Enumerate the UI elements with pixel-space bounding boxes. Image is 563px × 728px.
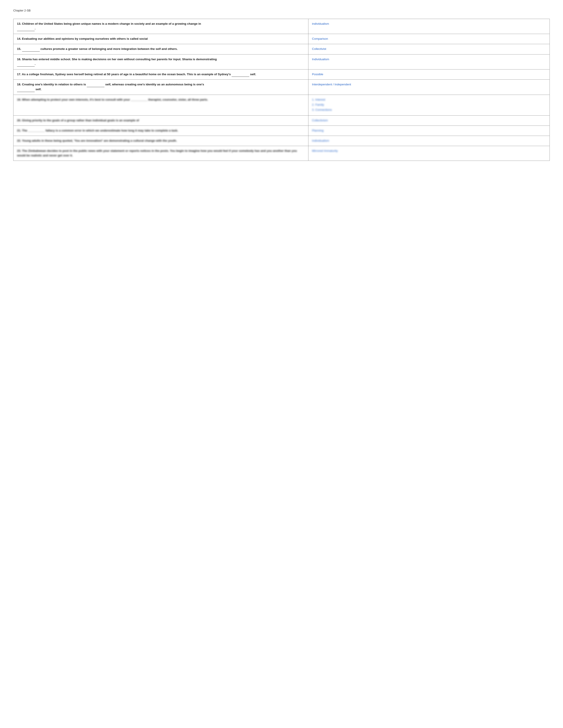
question-cell-19: 19. When attempting to protect your own … (13, 95, 309, 116)
blank-18a (87, 82, 104, 87)
question-number-13: 13. (17, 22, 21, 25)
question-text-20: Giving priority to the goals of a group … (22, 119, 139, 122)
answer-cell-14: Comparison (308, 34, 550, 44)
answer-cell-22: Individualism (308, 136, 550, 146)
question-cell-16: 16. Shania has entered middle school. Sh… (13, 54, 309, 69)
table-row: 20. Giving priority to the goals of a gr… (13, 116, 550, 126)
answer-cell-23: Mirrored Immaturity (308, 146, 550, 161)
question-number-14: 14. (17, 37, 21, 40)
table-row: 19. When attempting to protect your own … (13, 95, 550, 116)
question-cell-20: 20. Giving priority to the goals of a gr… (13, 116, 309, 126)
answer-cell-18: Interdependent / Independent (308, 80, 550, 95)
answer-cell-13: individualism (308, 19, 550, 34)
question-cell-15: 15. cultures promote a greater sense of … (13, 44, 309, 54)
question-number-22: 22. (17, 139, 21, 142)
question-text-15: cultures promote a greater sense of belo… (22, 47, 178, 51)
blank-15 (22, 47, 40, 52)
table-row: 16. Shania has entered middle school. Sh… (13, 54, 550, 69)
table-row: 23. The Zimbabwean decides to post in th… (13, 146, 550, 161)
question-number-15: 15. (17, 47, 21, 51)
table-row: 15. cultures promote a greater sense of … (13, 44, 550, 54)
question-cell-22: 22. Young adults in these being quoted, … (13, 136, 309, 146)
question-number-20: 20. (17, 119, 21, 122)
question-cell-21: 21. The __________ fallacy is a common e… (13, 126, 309, 136)
answer-cell-15: Collectivist (308, 44, 550, 54)
table-row: 21. The __________ fallacy is a common e… (13, 126, 550, 136)
table-row: 22. Young adults in these being quoted, … (13, 136, 550, 146)
answer-cell-19: Interest Family Connections (308, 95, 550, 116)
answer-cell-20: Collectivism (308, 116, 550, 126)
question-cell-17: 17. As a college freshman, Sydney sees h… (13, 69, 309, 80)
question-text-19: When attempting to protect your own inte… (22, 98, 208, 101)
question-text-14: Evaluating our abilities and opinions by… (22, 37, 148, 40)
answer-list-item: Family (312, 103, 546, 107)
question-cell-14: 14. Evaluating our abilities and opinion… (13, 34, 309, 44)
question-number-17: 17. (17, 73, 21, 76)
question-cell-13: 13. Children of the United States being … (13, 19, 309, 34)
table-row: 14. Evaluating our abilities and opinion… (13, 34, 550, 44)
blank-17 (231, 72, 249, 77)
question-text-18: Creating one's identity in relation to o… (17, 83, 204, 91)
question-text-16: Shania has entered middle school. She is… (17, 58, 217, 66)
answer-cell-16: Individualism (308, 54, 550, 69)
question-number-18: 18. (17, 83, 21, 86)
answer-list-item: Interest (312, 98, 546, 102)
answer-list-item: Connections (312, 108, 546, 112)
answer-cell-17: Possible (308, 69, 550, 80)
question-number-16: 16. (17, 58, 21, 61)
answer-cell-21: Planning (308, 126, 550, 136)
chapter-label: Chapter 2-SB (13, 9, 550, 12)
question-number-21: 21. (17, 129, 21, 132)
question-cell-18: 18. Creating one's identity in relation … (13, 80, 309, 95)
table-row: 13. Children of the United States being … (13, 19, 550, 34)
question-text-17: As a college freshman, Sydney sees herse… (22, 73, 256, 76)
answer-list-19: Interest Family Connections (312, 98, 546, 112)
question-text-23: The Zimbabwean decides to post in the pu… (17, 149, 297, 157)
question-text-13: Children of the United States being give… (17, 22, 201, 30)
question-text-22: Young adults in these being quoted, 'You… (22, 139, 177, 142)
qa-table: 13. Children of the United States being … (13, 19, 550, 161)
blank-13 (17, 26, 35, 31)
blank-18b (17, 87, 35, 92)
table-row: 18. Creating one's identity in relation … (13, 80, 550, 95)
table-row: 17. As a college freshman, Sydney sees h… (13, 69, 550, 80)
question-number-23: 23. (17, 149, 21, 152)
question-text-21: The __________ fallacy is a common error… (22, 129, 178, 132)
question-cell-23: 23. The Zimbabwean decides to post in th… (13, 146, 309, 161)
question-number-19: 19. (17, 98, 21, 101)
blank-16 (17, 62, 35, 67)
